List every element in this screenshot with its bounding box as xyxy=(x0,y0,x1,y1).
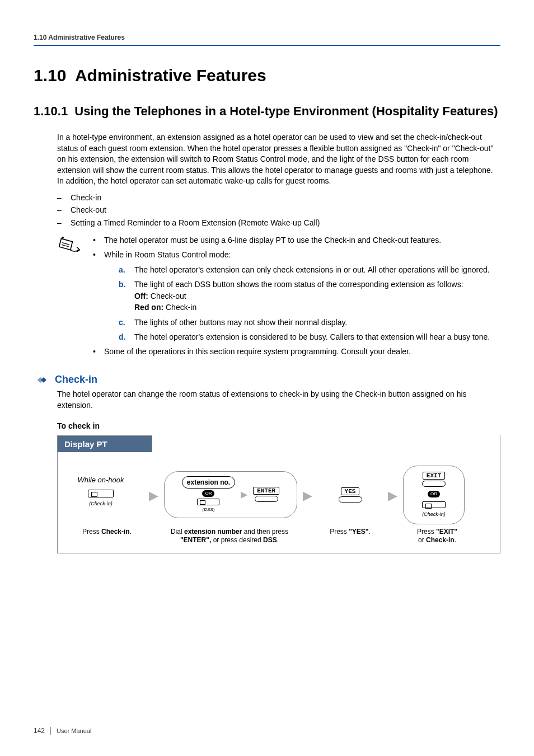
procedure-box: Display PT While on-hook (Check-in) ▶ ex… xyxy=(57,435,500,553)
section-text: Using the Telephones in a Hotel-type Env… xyxy=(74,104,498,119)
alpha-b: b. The light of each DSS button shows th… xyxy=(119,279,500,313)
procedure-titlebar: Display PT xyxy=(57,435,152,452)
arrow-icon: ▶ xyxy=(302,489,313,503)
mini-arrow-icon: ▶ xyxy=(241,489,247,500)
alpha-list: a.The hotel operator's extension can onl… xyxy=(104,264,500,342)
section-title: 1.10.1 Using the Telephones in a Hotel-t… xyxy=(34,104,500,119)
caption-step4: Press "EXIT" or Check-in. xyxy=(395,528,479,545)
status-off-label: Off: xyxy=(134,292,148,300)
status-red-label: Red on: xyxy=(134,303,163,312)
arrow-icon: ▶ xyxy=(148,489,160,503)
alpha-a: a.The hotel operator's extension can onl… xyxy=(119,264,500,275)
checkin-button-caption: (Check-in) xyxy=(422,511,446,517)
step-exit-group: EXIT OR (Check-in) xyxy=(403,466,465,524)
enter-label: ENTER xyxy=(253,487,279,495)
feature-link-list: Check-in Check-out Setting a Timed Remin… xyxy=(57,191,500,229)
status-off-value: Check-out xyxy=(151,292,186,300)
note-bullet-1: The hotel operator must be using a 6-lin… xyxy=(92,234,500,246)
dss-button-icon xyxy=(197,499,219,505)
yes-label: YES xyxy=(341,487,360,495)
note-bullet-list: The hotel operator must be using a 6-lin… xyxy=(92,234,500,360)
link-check-in[interactable]: Check-in xyxy=(57,191,500,204)
step-extension-group: extension no. OR (DSS) ▶ ENTER xyxy=(164,471,297,518)
checkin-button-caption: (Check-in) xyxy=(89,501,113,506)
alpha-b-lead: The light of each DSS button shows the r… xyxy=(134,280,463,289)
running-header: 1.10 Administrative Features xyxy=(34,34,500,41)
alpha-a-text: The hotel operator's extension can only … xyxy=(134,265,490,274)
checkin-paragraph: The hotel operator can change the room s… xyxy=(57,389,500,411)
caption-step2: Dial extension number and then press "EN… xyxy=(154,528,305,545)
footer-divider xyxy=(50,727,51,735)
checkin-button-icon xyxy=(88,490,114,497)
note-bullet-2-text: While in Room Status Control mode: xyxy=(104,250,231,259)
section-number: 1.10.1 xyxy=(34,104,68,119)
chapter-text: Administrative Features xyxy=(75,66,266,84)
status-red: Red on: Check-in xyxy=(134,302,500,313)
extension-no-box: extension no. xyxy=(182,476,235,489)
to-check-in-label: To check in xyxy=(57,421,500,430)
link-check-out[interactable]: Check-out xyxy=(57,204,500,216)
manual-label: User Manual xyxy=(57,727,91,734)
note-bullet-2: While in Room Status Control mode: a.The… xyxy=(92,249,500,342)
caption-step3: Press "YES". xyxy=(310,528,391,545)
status-off: Off: Check-out xyxy=(134,291,500,302)
exit-softkey-icon xyxy=(422,481,446,487)
link-timed-reminder[interactable]: Setting a Timed Reminder to a Room Exten… xyxy=(57,217,500,229)
diamond-icon xyxy=(34,375,50,385)
chapter-number: 1.10 xyxy=(34,66,66,84)
on-hook-label: While on-hook xyxy=(77,476,124,484)
alpha-c-text: The lights of other buttons may not show… xyxy=(134,318,347,327)
checkin-button-icon xyxy=(422,501,446,508)
page-number: 142 xyxy=(34,727,45,735)
yes-softkey-icon xyxy=(339,496,362,503)
checkin-heading: Check-in xyxy=(55,374,97,386)
enter-softkey-icon xyxy=(255,496,278,502)
exit-label: EXIT xyxy=(423,472,445,480)
arrow-icon: ▶ xyxy=(387,489,399,503)
alpha-c: c.The lights of other buttons may not sh… xyxy=(119,317,500,328)
note-bullet-3: Some of the operations in this section r… xyxy=(92,346,500,357)
status-red-value: Check-in xyxy=(166,303,196,312)
intro-paragraph: In a hotel-type environment, an extensio… xyxy=(57,132,500,187)
dss-caption: (DSS) xyxy=(203,507,215,512)
chapter-title: 1.10 Administrative Features xyxy=(34,66,500,85)
alpha-d: d.The hotel operator's extension is cons… xyxy=(119,331,500,342)
svg-marker-2 xyxy=(41,377,46,382)
or-pill: OR xyxy=(202,490,214,497)
alpha-d-text: The hotel operator's extension is consid… xyxy=(134,332,490,341)
page-footer: 142 User Manual xyxy=(34,727,91,735)
caption-step1: Press Check-in. xyxy=(64,528,149,545)
note-icon xyxy=(57,234,82,261)
svg-point-0 xyxy=(62,237,64,239)
header-rule xyxy=(34,45,500,46)
or-pill: OR xyxy=(428,491,440,497)
